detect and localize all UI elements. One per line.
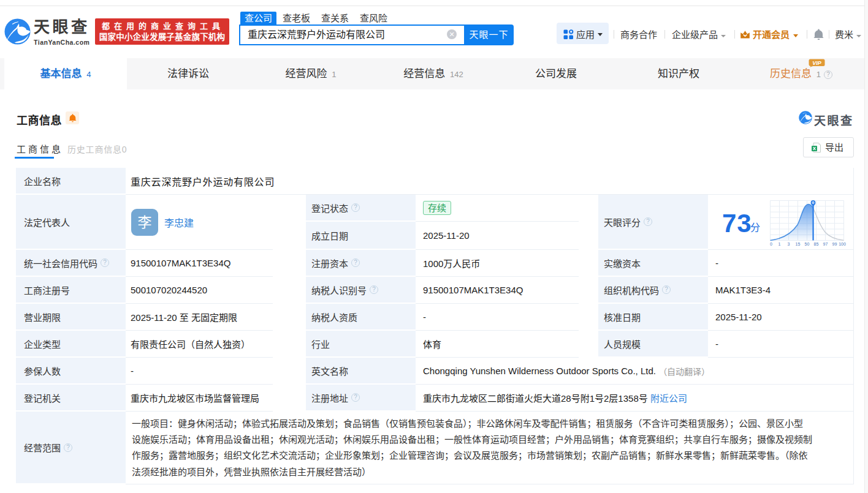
svg-text:3: 3 xyxy=(788,242,790,246)
svg-text:100: 100 xyxy=(839,242,846,246)
svg-text:0: 0 xyxy=(770,242,772,246)
svg-text:VIP: VIP xyxy=(812,60,822,66)
svg-text:99: 99 xyxy=(832,242,837,246)
svg-text:50: 50 xyxy=(805,242,810,246)
svg-text:85: 85 xyxy=(814,242,819,246)
svg-text:1: 1 xyxy=(779,242,781,246)
svg-text:15: 15 xyxy=(796,242,801,246)
svg-text:97: 97 xyxy=(823,242,828,246)
